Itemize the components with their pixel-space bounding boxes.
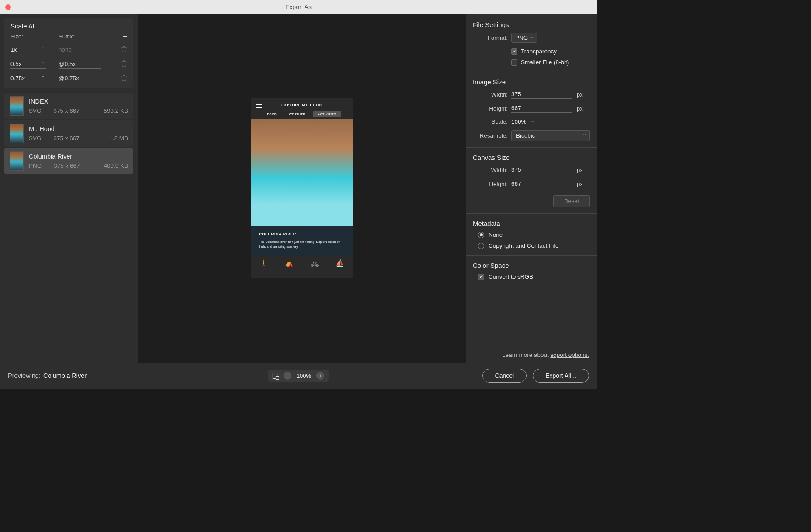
preview-tabs: FOOD WEATHER ACTIVITIES <box>251 111 353 119</box>
footer: Previewing: Columbia River − 100% + Canc… <box>0 363 597 389</box>
srgb-label: Convert to sRGB <box>489 273 533 280</box>
trash-icon[interactable] <box>121 74 127 83</box>
preview-canvas: EXPLORE MT. HOOD FOOD WEATHER ACTIVITIES… <box>251 98 353 278</box>
preview-overlay: COLUMBIA RIVER The Columbia river isn't … <box>251 226 353 256</box>
resample-label: Resample: <box>473 132 508 139</box>
height-input[interactable]: 667 <box>511 104 572 113</box>
radio-icon <box>478 232 484 238</box>
asset-item[interactable]: INDEX SVG 375 x 667 593.2 KB <box>4 93 133 119</box>
unit-label: px <box>577 167 583 173</box>
asset-item[interactable]: Mt. Hood SVG 375 x 667 1.2 MB <box>4 120 133 147</box>
unit-label: px <box>577 105 583 112</box>
scale-row: 0.5x @0,5x <box>10 60 127 69</box>
canvas-width-input[interactable]: 375 <box>511 166 572 174</box>
zoom-in-button[interactable]: + <box>316 372 324 380</box>
preview-area: EXPLORE MT. HOOD FOOD WEATHER ACTIVITIES… <box>138 14 466 363</box>
scale-row: 0.75x @0,75x <box>10 74 127 83</box>
asset-dims: 375 x 667 <box>54 107 80 114</box>
preview-card-body: The Columbia river isn't just for fishin… <box>259 240 345 249</box>
sailboat-icon: ⛵ <box>336 259 344 267</box>
zoom-out-button[interactable]: − <box>284 372 291 380</box>
export-all-button[interactable]: Export All... <box>533 369 589 383</box>
close-icon[interactable] <box>5 4 11 10</box>
transparency-checkbox[interactable]: ✓ Transparency <box>511 48 590 55</box>
asset-text: Mt. Hood SVG 375 x 667 1.2 MB <box>29 125 128 142</box>
scale-size-select[interactable]: 1x <box>10 45 46 54</box>
metadata-none-radio[interactable]: None <box>478 231 590 238</box>
format-select[interactable]: PNG <box>511 33 537 43</box>
metadata-copyright-label: Copyright and Contact Info <box>489 242 559 249</box>
asset-name: Columbia River <box>29 153 128 160</box>
resample-select[interactable]: Bicubic <box>511 130 590 141</box>
scale-size-select[interactable]: 0.75x <box>10 74 46 83</box>
previewing-name: Columbia River <box>43 372 87 379</box>
height-label: Height: <box>473 105 508 112</box>
asset-thumbnail <box>10 96 24 116</box>
smaller-file-label: Smaller File (8-bit) <box>521 59 569 66</box>
unit-label: px <box>577 181 583 187</box>
export-options-link[interactable]: export options. <box>550 352 589 358</box>
asset-filesize: 593.2 KB <box>104 107 128 114</box>
preview-header: EXPLORE MT. HOOD <box>251 98 353 111</box>
add-scale-button[interactable]: + <box>123 32 127 41</box>
preview-bottom-nav: 🚶 ⛺ 🚲 ⛵ <box>251 256 353 270</box>
cancel-button[interactable]: Cancel <box>482 369 527 383</box>
trash-icon[interactable] <box>121 45 127 54</box>
format-label: Format: <box>473 35 508 41</box>
image-size-title: Image Size <box>473 78 590 86</box>
asset-text: INDEX SVG 375 x 667 593.2 KB <box>29 98 128 114</box>
preview-tab: FOOD <box>262 111 281 117</box>
scale-size-select[interactable]: 0.5x <box>10 60 46 69</box>
asset-format: SVG <box>29 107 42 114</box>
previewing-label: Previewing: <box>8 372 41 379</box>
export-dialog: Export As Scale All Size: Suffix: + 1x n… <box>0 0 597 389</box>
window-title: Export As <box>285 3 312 10</box>
scale-input[interactable]: 100% <box>511 117 527 126</box>
asset-name: INDEX <box>29 98 128 105</box>
scale-all-panel: Scale All Size: Suffix: + 1x none 0.5x @… <box>4 18 133 88</box>
scale-suffix-input[interactable]: @0,75x <box>59 74 101 83</box>
canvas-size-title: Canvas Size <box>473 154 590 161</box>
fit-screen-icon[interactable] <box>273 373 278 379</box>
transparency-label: Transparency <box>521 48 557 55</box>
walk-icon: 🚶 <box>260 259 268 267</box>
asset-format: PNG <box>29 162 42 169</box>
titlebar: Export As <box>0 0 597 14</box>
asset-thumbnail <box>10 124 24 143</box>
learn-more-text: Learn more about export options. <box>502 352 589 358</box>
asset-filesize: 1.2 MB <box>109 135 128 142</box>
asset-thumbnail <box>10 151 24 171</box>
bike-icon: 🚲 <box>310 259 319 267</box>
dialog-body: Scale All Size: Suffix: + 1x none 0.5x @… <box>0 14 597 363</box>
canvas-width-label: Width: <box>473 167 508 173</box>
scale-label: Scale: <box>473 118 508 125</box>
tent-icon: ⛺ <box>285 259 294 267</box>
width-label: Width: <box>473 91 508 98</box>
unit-label: px <box>577 91 583 98</box>
asset-item[interactable]: Columbia River PNG 375 x 667 409.9 KB <box>4 148 133 174</box>
metadata-copyright-radio[interactable]: Copyright and Contact Info <box>478 242 590 249</box>
canvas-height-input[interactable]: 667 <box>511 180 572 188</box>
checkbox-icon: ✓ <box>511 48 517 55</box>
scale-suffix-input[interactable]: none <box>59 45 101 54</box>
preview-tab: WEATHER <box>284 111 310 117</box>
checkbox-icon <box>511 59 517 66</box>
trash-icon[interactable] <box>121 60 127 69</box>
hamburger-icon <box>256 103 262 109</box>
scale-headers: Size: Suffix: + <box>10 33 127 40</box>
preview-app-title: EXPLORE MT. HOOD <box>281 103 322 107</box>
canvas-height-label: Height: <box>473 181 508 187</box>
width-input[interactable]: 375 <box>511 90 572 99</box>
srgb-checkbox[interactable]: ✓ Convert to sRGB <box>478 273 590 280</box>
zoom-controls: − 100% + <box>268 370 329 382</box>
smaller-file-checkbox[interactable]: Smaller File (8-bit) <box>511 59 590 66</box>
left-panel: Scale All Size: Suffix: + 1x none 0.5x @… <box>0 14 138 363</box>
asset-name: Mt. Hood <box>29 125 128 132</box>
zoom-level: 100% <box>297 373 311 379</box>
reset-button[interactable]: Reset <box>553 195 590 207</box>
scale-row: 1x none <box>10 45 127 54</box>
asset-filesize: 409.9 KB <box>104 162 128 169</box>
preview-hero-image <box>251 119 353 226</box>
radio-icon <box>478 243 484 249</box>
scale-suffix-input[interactable]: @0,5x <box>59 60 101 69</box>
